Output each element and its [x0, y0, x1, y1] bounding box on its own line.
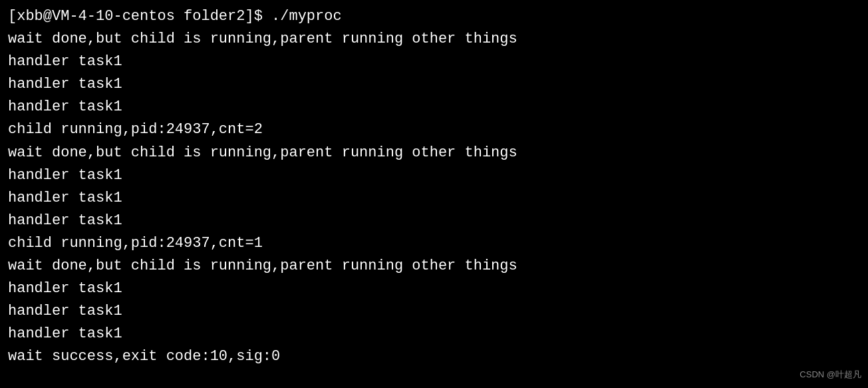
- terminal-line-3: handler task1: [8, 51, 860, 73]
- terminal-line-1: [xbb@VM-4-10-centos folder2]$ ./myproc: [8, 5, 860, 28]
- terminal-output: [xbb@VM-4-10-centos folder2]$ ./myproc w…: [8, 5, 860, 388]
- terminal-line-6: child running,pid:24937,cnt=2: [8, 118, 860, 141]
- terminal-line-10: handler task1: [8, 210, 860, 232]
- terminal-prompt-line[interactable]: [xbb@VM-4-10-centos folder2]$: [8, 369, 860, 389]
- terminal-line-13: handler task1: [8, 278, 860, 300]
- terminal-line-14: handler task1: [8, 300, 860, 323]
- terminal-line-16: wait success,exit code:10,sig:0: [8, 345, 860, 368]
- watermark: CSDN @叶超凡: [799, 368, 861, 381]
- terminal-line-11: child running,pid:24937,cnt=1: [8, 232, 860, 255]
- terminal-line-12: wait done,but child is running,parent ru…: [8, 255, 860, 278]
- terminal-line-15: handler task1: [8, 323, 860, 345]
- terminal-line-4: handler task1: [8, 73, 860, 96]
- terminal-line-2: wait done,but child is running,parent ru…: [8, 28, 860, 51]
- terminal-line-7: wait done,but child is running,parent ru…: [8, 142, 860, 164]
- terminal-window: [xbb@VM-4-10-centos folder2]$ ./myproc w…: [8, 5, 860, 388]
- terminal-line-9: handler task1: [8, 187, 860, 210]
- terminal-line-5: handler task1: [8, 96, 860, 118]
- terminal-line-8: handler task1: [8, 164, 860, 187]
